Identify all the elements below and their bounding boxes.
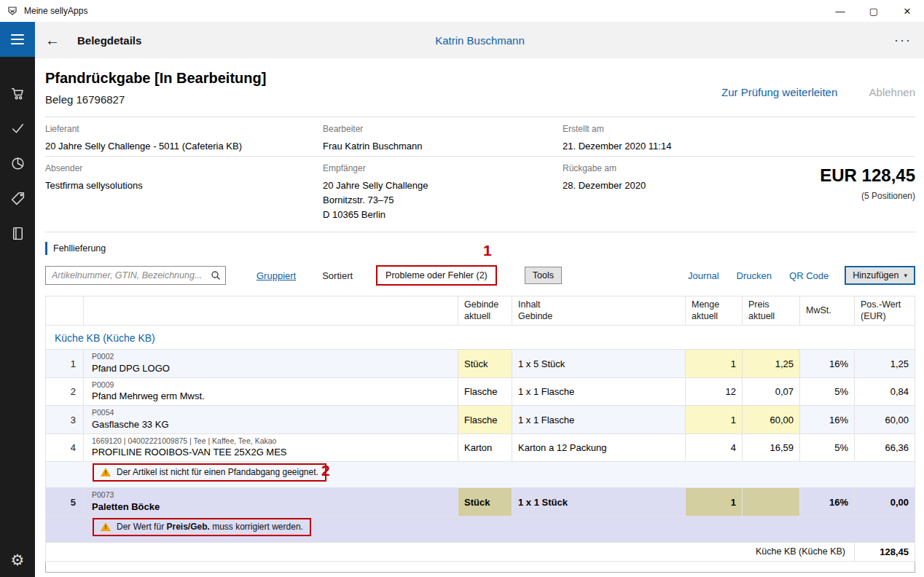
- gebinde-cell[interactable]: Karton: [458, 433, 512, 462]
- preis-cell[interactable]: 1,25: [743, 350, 800, 378]
- mwst-cell: 16%: [800, 406, 855, 434]
- maximize-button[interactable]: ▢: [857, 0, 890, 22]
- field-label: Bearbeiter: [323, 124, 423, 134]
- group-footer-value: 128,45: [855, 542, 915, 561]
- article-cell: P0073 Paletten Böcke: [84, 488, 458, 517]
- annotation-marker-2: 2: [321, 462, 330, 479]
- mwst-cell: 5%: [800, 377, 855, 406]
- field-rueckgabe-am: Rückgabe am 28. Dezember 2020: [563, 163, 646, 193]
- minimize-button[interactable]: —: [823, 0, 857, 22]
- menge-cell[interactable]: 12: [686, 377, 743, 406]
- search-box: [45, 266, 226, 285]
- check-icon[interactable]: [0, 111, 35, 146]
- positions-table: Gebinde aktuell Inhalt Gebinde Menge akt…: [45, 296, 915, 573]
- field-erstellt-am: Erstellt am 21. Dezember 2020 11:14: [563, 124, 671, 154]
- journal-link[interactable]: Journal: [688, 270, 719, 281]
- field-row-2: Absender Testfirma sellysolutions Empfän…: [45, 156, 915, 232]
- menge-cell[interactable]: 1: [686, 488, 743, 517]
- book-icon[interactable]: [0, 216, 35, 251]
- sorted-link[interactable]: Sortiert: [322, 270, 353, 281]
- article-name: Gasflasche 33 KG: [92, 419, 452, 431]
- article-name: Paletten Böcke: [92, 501, 452, 514]
- table-row[interactable]: 4 1669120 | 04002221009875 | Tee | Kaffe…: [46, 433, 915, 462]
- gebinde-cell[interactable]: Flasche: [458, 377, 512, 406]
- preis-cell[interactable]: 16,59: [743, 433, 800, 462]
- problems-or-errors-button[interactable]: Probleme oder Fehler (2): [376, 265, 497, 286]
- forward-for-review-button[interactable]: Zur Prüfung weiterleiten: [721, 86, 837, 98]
- window-title: Meine sellyApps: [24, 6, 87, 16]
- article-code: P0073: [92, 490, 452, 501]
- inhalt-cell: 1 x 1 Flasche: [512, 406, 686, 434]
- warning-row: Der Wert für Preis/Geb. muss korrigiert …: [46, 516, 915, 542]
- tag-row: Fehllieferung: [45, 232, 915, 255]
- add-button[interactable]: Hinzufügen ▾: [845, 266, 915, 285]
- col-menge: Menge aktuell: [686, 297, 743, 326]
- preis-cell[interactable]: 60,00: [743, 406, 800, 434]
- row-number: 1: [46, 350, 84, 378]
- gebinde-cell[interactable]: Stück: [458, 488, 512, 517]
- field-value: Frau Katrin Buschmann: [323, 139, 423, 154]
- article-cell: P0054 Gasflasche 33 KG: [84, 406, 458, 434]
- wert-cell: 0,00: [855, 488, 915, 517]
- inhalt-cell: 1 x 1 Stück: [512, 488, 686, 517]
- field-label: Rückgabe am: [563, 163, 646, 173]
- field-value: Testfirma sellysolutions: [45, 178, 143, 193]
- gebinde-cell[interactable]: Stück: [458, 350, 512, 378]
- preis-cell[interactable]: [743, 488, 800, 517]
- tools-button[interactable]: Tools: [525, 267, 562, 284]
- preis-cell[interactable]: 0,07: [743, 377, 800, 406]
- menu-icon[interactable]: [0, 22, 35, 57]
- print-link[interactable]: Drucken: [737, 270, 772, 281]
- field-label: Erstellt am: [563, 124, 671, 134]
- document-actions: Zur Prüfung weiterleiten Ablehnen: [721, 86, 915, 98]
- close-button[interactable]: ✕: [890, 0, 924, 22]
- group-header-row: Küche KB (Küche KB): [46, 326, 915, 350]
- table-row-selected[interactable]: 5 P0073 Paletten Böcke Stück 1 x 1 Stück…: [46, 488, 915, 517]
- cart-icon[interactable]: [0, 76, 35, 111]
- window-controls: — ▢ ✕: [823, 0, 924, 22]
- field-label: Absender: [45, 163, 143, 173]
- pie-chart-icon[interactable]: [0, 146, 35, 181]
- delivery-error-tag: Fehllieferung: [45, 242, 111, 255]
- appbar: ← Belegdetails Katrin Buschmann ···: [35, 22, 924, 58]
- field-value: 20 Jahre Selly Challenge Bornitzstr. 73–…: [323, 178, 428, 222]
- menge-cell[interactable]: 4: [686, 433, 743, 462]
- gebinde-cell[interactable]: Flasche: [458, 406, 512, 434]
- article-cell: 1669120 | 04002221009875 | Tee | Kaffee,…: [84, 433, 458, 462]
- search-input[interactable]: [46, 270, 206, 280]
- page-title: Belegdetails: [77, 34, 141, 47]
- table-row[interactable]: 2 P0009 Pfand Mehrweg erm Mwst. Flasche …: [46, 377, 915, 406]
- menge-cell[interactable]: 1: [686, 350, 743, 378]
- warning-message: Der Wert für Preis/Geb. muss korrigiert …: [93, 518, 311, 536]
- grouped-link[interactable]: Gruppiert: [257, 270, 296, 281]
- wert-cell: 0,84: [855, 377, 915, 406]
- col-pos-wert: Pos.-Wert (EUR): [855, 297, 915, 326]
- back-button[interactable]: ←: [45, 32, 60, 49]
- reject-button[interactable]: Ablehnen: [869, 86, 915, 98]
- article-code: P0002: [92, 352, 452, 362]
- qr-code-link[interactable]: QR Code: [789, 270, 829, 281]
- article-cell: P0002 Pfand DPG LOGO: [84, 350, 458, 378]
- table-row[interactable]: 3 P0054 Gasflasche 33 KG Flasche 1 x 1 F…: [46, 406, 915, 434]
- inhalt-cell: 1 x 1 Flasche: [512, 377, 686, 406]
- table-header-row: Gebinde aktuell Inhalt Gebinde Menge akt…: [46, 297, 915, 326]
- col-mwst: MwSt.: [800, 297, 855, 326]
- user-name-link[interactable]: Katrin Buschmann: [435, 34, 525, 47]
- row-number: 3: [46, 406, 84, 434]
- tag-icon[interactable]: [0, 181, 35, 216]
- settings-gear-icon[interactable]: ⚙: [0, 542, 35, 577]
- wert-cell: 66,36: [855, 433, 915, 462]
- col-number: [46, 297, 84, 326]
- more-options-icon[interactable]: ···: [894, 36, 912, 44]
- sidebar: ⚙: [0, 22, 35, 577]
- search-icon[interactable]: [206, 270, 225, 280]
- mwst-cell: 5%: [800, 433, 855, 462]
- inhalt-cell: 1 x 5 Stück: [512, 350, 686, 378]
- group-footer-label: Küche KB (Küche KB): [46, 542, 855, 561]
- titlebar: Meine sellyApps — ▢ ✕: [0, 0, 924, 22]
- menge-cell[interactable]: 1: [686, 406, 743, 434]
- table-row[interactable]: 1 P0002 Pfand DPG LOGO Stück 1 x 5 Stück…: [46, 350, 915, 378]
- field-value: 21. Dezember 2020 11:14: [563, 139, 671, 154]
- field-value: 28. Dezember 2020: [563, 178, 646, 193]
- address-line: D 10365 Berlin: [323, 208, 428, 222]
